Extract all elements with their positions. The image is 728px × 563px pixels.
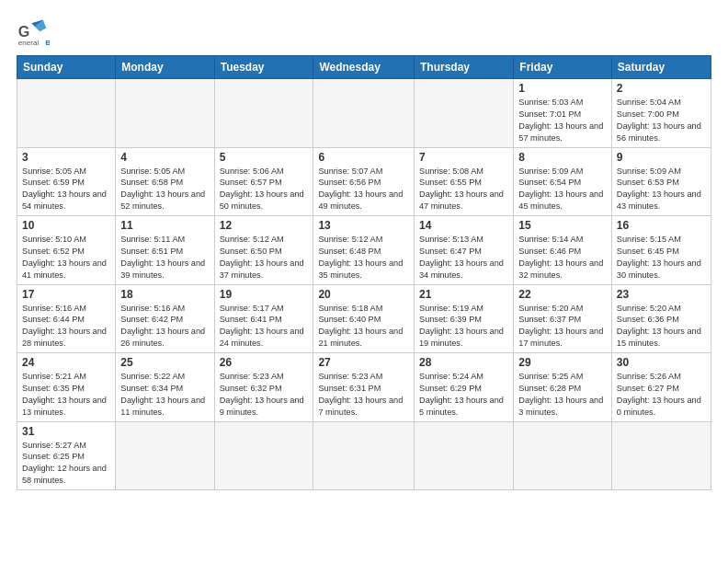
day-number: 5 [220, 151, 309, 164]
week-row-4: 17Sunrise: 5:16 AM Sunset: 6:44 PM Dayli… [17, 284, 711, 353]
calendar-cell: 24Sunrise: 5:21 AM Sunset: 6:35 PM Dayli… [17, 353, 116, 422]
day-info: Sunrise: 5:13 AM Sunset: 6:47 PM Dayligh… [419, 234, 508, 282]
day-info: Sunrise: 5:25 AM Sunset: 6:28 PM Dayligh… [518, 371, 607, 419]
day-info: Sunrise: 5:17 AM Sunset: 6:41 PM Dayligh… [220, 303, 309, 350]
svg-text:eneral: eneral [18, 39, 40, 47]
calendar-cell: 25Sunrise: 5:22 AM Sunset: 6:34 PM Dayli… [116, 353, 214, 422]
day-number: 6 [318, 151, 409, 164]
day-info: Sunrise: 5:06 AM Sunset: 6:57 PM Dayligh… [220, 166, 309, 213]
day-number: 9 [617, 151, 706, 164]
calendar-cell: 15Sunrise: 5:14 AM Sunset: 6:46 PM Dayli… [514, 216, 612, 285]
calendar-cell: 7Sunrise: 5:08 AM Sunset: 6:55 PM Daylig… [415, 147, 514, 216]
calendar-cell: 3Sunrise: 5:05 AM Sunset: 6:59 PM Daylig… [17, 147, 116, 216]
week-row-5: 24Sunrise: 5:21 AM Sunset: 6:35 PM Dayli… [17, 353, 711, 422]
day-info: Sunrise: 5:09 AM Sunset: 6:54 PM Dayligh… [518, 166, 607, 213]
calendar-cell: 28Sunrise: 5:24 AM Sunset: 6:29 PM Dayli… [415, 353, 514, 422]
day-number: 14 [419, 219, 508, 232]
calendar-cell [611, 421, 711, 490]
day-number: 24 [22, 356, 110, 369]
day-number: 27 [318, 356, 409, 369]
day-info: Sunrise: 5:09 AM Sunset: 6:53 PM Dayligh… [617, 166, 706, 213]
logo: G eneral Blue [17, 17, 53, 50]
page: G eneral Blue SundayMondayTuesdayWednesd… [0, 0, 728, 500]
day-info: Sunrise: 5:20 AM Sunset: 6:37 PM Dayligh… [518, 303, 607, 350]
calendar-cell [116, 421, 214, 490]
calendar-cell: 12Sunrise: 5:12 AM Sunset: 6:50 PM Dayli… [214, 216, 313, 285]
day-info: Sunrise: 5:20 AM Sunset: 6:36 PM Dayligh… [617, 303, 706, 350]
calendar-cell: 2Sunrise: 5:04 AM Sunset: 7:00 PM Daylig… [611, 79, 711, 148]
day-number: 4 [120, 151, 209, 164]
weekday-saturday: Saturday [611, 56, 711, 79]
day-number: 11 [120, 219, 209, 232]
day-number: 30 [617, 356, 706, 369]
day-number: 18 [120, 288, 209, 301]
week-row-2: 3Sunrise: 5:05 AM Sunset: 6:59 PM Daylig… [17, 147, 711, 216]
weekday-tuesday: Tuesday [214, 56, 313, 79]
day-info: Sunrise: 5:21 AM Sunset: 6:35 PM Dayligh… [22, 371, 110, 419]
calendar-cell: 30Sunrise: 5:26 AM Sunset: 6:27 PM Dayli… [611, 353, 711, 422]
calendar-cell: 14Sunrise: 5:13 AM Sunset: 6:47 PM Dayli… [415, 216, 514, 285]
calendar-cell: 10Sunrise: 5:10 AM Sunset: 6:52 PM Dayli… [17, 216, 116, 285]
weekday-sunday: Sunday [17, 56, 116, 79]
day-number: 16 [617, 219, 706, 232]
day-number: 31 [22, 425, 110, 438]
calendar-cell: 4Sunrise: 5:05 AM Sunset: 6:58 PM Daylig… [116, 147, 214, 216]
day-info: Sunrise: 5:04 AM Sunset: 7:00 PM Dayligh… [617, 97, 706, 144]
calendar-cell [415, 79, 514, 148]
header: G eneral Blue [17, 17, 711, 50]
day-info: Sunrise: 5:11 AM Sunset: 6:51 PM Dayligh… [120, 234, 209, 282]
day-info: Sunrise: 5:24 AM Sunset: 6:29 PM Dayligh… [419, 371, 508, 419]
calendar-cell: 6Sunrise: 5:07 AM Sunset: 6:56 PM Daylig… [313, 147, 415, 216]
day-number: 10 [22, 219, 110, 232]
day-number: 1 [518, 82, 607, 95]
calendar-cell [17, 79, 116, 148]
calendar-cell: 21Sunrise: 5:19 AM Sunset: 6:39 PM Dayli… [415, 284, 514, 353]
weekday-monday: Monday [116, 56, 214, 79]
weekday-header-row: SundayMondayTuesdayWednesdayThursdayFrid… [17, 56, 711, 79]
day-info: Sunrise: 5:22 AM Sunset: 6:34 PM Dayligh… [120, 371, 209, 419]
generalblue-icon: G eneral Blue [17, 17, 50, 50]
day-number: 15 [518, 219, 607, 232]
day-number: 2 [617, 82, 706, 95]
day-info: Sunrise: 5:19 AM Sunset: 6:39 PM Dayligh… [419, 303, 508, 350]
weekday-friday: Friday [514, 56, 612, 79]
calendar-cell: 31Sunrise: 5:27 AM Sunset: 6:25 PM Dayli… [17, 421, 116, 490]
week-row-6: 31Sunrise: 5:27 AM Sunset: 6:25 PM Dayli… [17, 421, 711, 490]
day-info: Sunrise: 5:26 AM Sunset: 6:27 PM Dayligh… [617, 371, 706, 419]
day-info: Sunrise: 5:27 AM Sunset: 6:25 PM Dayligh… [22, 440, 110, 488]
calendar-cell: 1Sunrise: 5:03 AM Sunset: 7:01 PM Daylig… [514, 79, 612, 148]
day-info: Sunrise: 5:15 AM Sunset: 6:45 PM Dayligh… [617, 234, 706, 282]
week-row-3: 10Sunrise: 5:10 AM Sunset: 6:52 PM Dayli… [17, 216, 711, 285]
calendar-cell: 26Sunrise: 5:23 AM Sunset: 6:32 PM Dayli… [214, 353, 313, 422]
day-info: Sunrise: 5:23 AM Sunset: 6:31 PM Dayligh… [318, 371, 409, 419]
calendar-cell: 8Sunrise: 5:09 AM Sunset: 6:54 PM Daylig… [514, 147, 612, 216]
day-number: 22 [518, 288, 607, 301]
day-info: Sunrise: 5:16 AM Sunset: 6:42 PM Dayligh… [120, 303, 209, 350]
calendar-cell: 19Sunrise: 5:17 AM Sunset: 6:41 PM Dayli… [214, 284, 313, 353]
calendar-cell: 23Sunrise: 5:20 AM Sunset: 6:36 PM Dayli… [611, 284, 711, 353]
calendar-cell: 27Sunrise: 5:23 AM Sunset: 6:31 PM Dayli… [313, 353, 415, 422]
day-number: 21 [419, 288, 508, 301]
week-row-1: 1Sunrise: 5:03 AM Sunset: 7:01 PM Daylig… [17, 79, 711, 148]
calendar-table: SundayMondayTuesdayWednesdayThursdayFrid… [17, 55, 711, 490]
day-number: 25 [120, 356, 209, 369]
calendar-cell [313, 421, 415, 490]
calendar-cell [214, 421, 313, 490]
calendar-cell: 11Sunrise: 5:11 AM Sunset: 6:51 PM Dayli… [116, 216, 214, 285]
calendar-cell: 22Sunrise: 5:20 AM Sunset: 6:37 PM Dayli… [514, 284, 612, 353]
day-number: 28 [419, 356, 508, 369]
day-number: 23 [617, 288, 706, 301]
day-number: 26 [220, 356, 309, 369]
calendar-cell: 29Sunrise: 5:25 AM Sunset: 6:28 PM Dayli… [514, 353, 612, 422]
day-info: Sunrise: 5:18 AM Sunset: 6:40 PM Dayligh… [318, 303, 409, 350]
day-info: Sunrise: 5:23 AM Sunset: 6:32 PM Dayligh… [220, 371, 309, 419]
day-number: 12 [220, 219, 309, 232]
weekday-wednesday: Wednesday [313, 56, 415, 79]
calendar-cell [415, 421, 514, 490]
day-number: 17 [22, 288, 110, 301]
day-number: 19 [220, 288, 309, 301]
weekday-thursday: Thursday [415, 56, 514, 79]
svg-text:G: G [18, 23, 30, 40]
day-number: 29 [518, 356, 607, 369]
calendar-cell: 9Sunrise: 5:09 AM Sunset: 6:53 PM Daylig… [611, 147, 711, 216]
